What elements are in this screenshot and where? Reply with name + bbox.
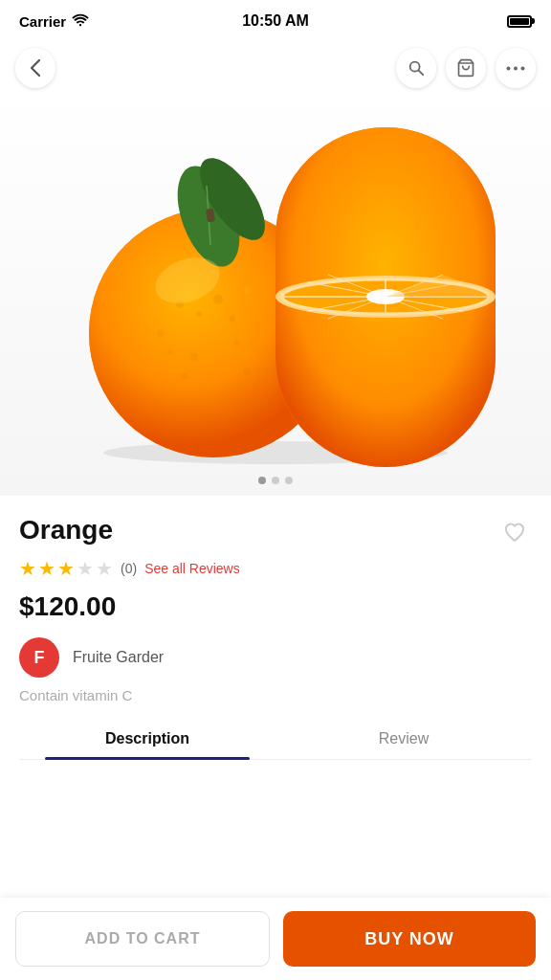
seller-avatar: F [19,637,59,678]
product-description: Contain vitamin C [19,687,532,703]
tab-description[interactable]: Description [19,719,276,759]
svg-point-18 [230,316,236,323]
header-actions [396,48,536,88]
stars: ★ ★ ★ ★ ★ [19,557,113,580]
svg-point-2 [507,66,511,70]
product-name: Orange [19,515,113,546]
carrier-label: Carrier [19,13,89,30]
dot-inactive-2 [285,477,293,484]
add-to-cart-button[interactable]: ADD TO CART [15,911,270,967]
star-3: ★ [57,557,75,580]
product-price: $120.00 [19,591,532,622]
rating-row: ★ ★ ★ ★ ★ (0) See all Reviews [19,557,532,580]
star-2: ★ [38,557,55,580]
cart-button[interactable] [446,48,486,88]
product-info: Orange ★ ★ ★ ★ ★ (0) See all Reviews $12… [0,496,551,760]
bottom-bar: ADD TO CART BUY NOW [0,898,551,980]
star-5: ★ [96,557,113,580]
status-time: 10:50 AM [242,12,309,30]
product-image-area [0,84,551,496]
search-button[interactable] [396,48,436,88]
wishlist-button[interactable] [497,515,532,549]
svg-point-23 [244,287,251,294]
svg-point-3 [514,66,518,70]
back-button[interactable] [15,48,55,88]
product-image [46,113,505,467]
wifi-icon [72,13,89,30]
dot-indicator [258,477,293,484]
star-1: ★ [19,557,36,580]
svg-point-14 [213,295,223,304]
header [0,42,551,94]
buy-now-button[interactable]: BUY NOW [283,911,536,967]
svg-point-17 [190,353,198,361]
svg-point-15 [157,329,165,337]
product-title-row: Orange [19,515,532,549]
svg-point-19 [167,349,173,355]
svg-point-20 [243,368,251,375]
svg-point-21 [182,373,188,380]
tabs: Description Review [19,719,532,760]
status-bar: Carrier 10:50 AM [0,0,551,42]
see-reviews-link[interactable]: See all Reviews [144,561,240,576]
battery-icon [507,15,532,28]
status-right [507,15,532,28]
rating-count: (0) [121,561,137,576]
dot-inactive [272,477,279,484]
svg-point-13 [196,311,202,317]
tab-review[interactable]: Review [276,719,532,759]
dot-active [258,477,266,484]
more-button[interactable] [496,48,536,88]
star-4: ★ [77,557,94,580]
svg-point-4 [521,66,525,70]
seller-row: F Fruite Garder [19,637,532,678]
svg-point-16 [234,340,240,345]
seller-name: Fruite Garder [73,649,164,666]
